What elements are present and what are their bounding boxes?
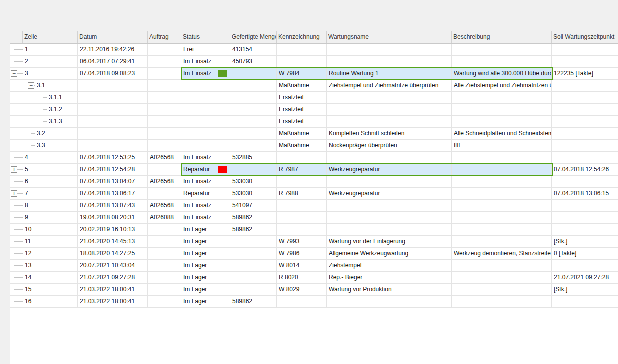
column-header-beschreibung[interactable]: Beschreibung	[452, 31, 552, 43]
table-row-3.2[interactable]: 3.2MaßnahmeKompletten Schnitt schleifenA…	[10, 128, 618, 140]
cell-datum: 07.04.2018 13:07:43	[78, 200, 148, 212]
table-row-13[interactable]: 1320.07.2021 10:43:04Im LagerW 8014Ziehs…	[10, 260, 618, 272]
cell-beschreibung	[452, 296, 552, 308]
cell-auftrag	[148, 224, 181, 236]
column-header-auftrag[interactable]: Auftrag	[148, 31, 181, 43]
table-row-7[interactable]: +707.04.2018 13:06:17Reparatur533030R 79…	[10, 188, 618, 200]
status-label: Im Lager	[183, 286, 207, 293]
cell-auftrag	[148, 44, 181, 56]
table-row-1[interactable]: 122.11.2016 19:42:26Frei413154	[10, 44, 618, 56]
cell-kennzeichnung: Ersatzteil	[277, 92, 327, 104]
cell-zeile: 1	[10, 44, 78, 56]
table-row-12[interactable]: 1218.08.2020 14:27:25Im LagerW 7986Allge…	[10, 248, 618, 260]
table-row-16[interactable]: 1621.03.2022 18:00:41Im Lager589862	[10, 296, 618, 308]
row-number: 3.1	[10, 80, 77, 91]
collapse-icon[interactable]: −	[28, 82, 34, 89]
column-header-wartungsname[interactable]: Wartungsname	[327, 31, 452, 43]
cell-wartungsname: Ziehstempel	[327, 260, 452, 272]
status-label: Im Einsatz	[183, 154, 211, 161]
cell-status: Reparatur	[181, 188, 230, 200]
cell-zeile: 14	[10, 272, 78, 284]
table-row-8[interactable]: 807.04.2018 13:07:43A026568Im Einsatz541…	[10, 200, 618, 212]
table-row-3.1.3[interactable]: 3.1.3Ersatzteil	[10, 116, 618, 128]
table-row-6[interactable]: 607.04.2018 13:04:07A026568Im Einsatz533…	[10, 176, 618, 188]
cell-kennzeichnung	[277, 200, 327, 212]
table-row-9[interactable]: 919.04.2018 08:20:31A026088Im Einsatz589…	[10, 212, 618, 224]
column-header-zeile[interactable]: Zeile	[23, 31, 78, 43]
cell-kennzeichnung: Maßnahme	[277, 140, 327, 152]
cell-auftrag: A026088	[148, 212, 181, 224]
table-row-10[interactable]: 1020.02.2019 16:10:13Im Lager589862	[10, 224, 618, 236]
status-label: Im Lager	[183, 298, 207, 305]
table-row-5[interactable]: +507.04.2018 12:54:28ReparaturR 7987Werk…	[10, 164, 618, 176]
cell-beschreibung	[452, 164, 552, 176]
cell-zeile: +5	[10, 164, 78, 176]
cell-auftrag	[148, 128, 181, 140]
cell-kennzeichnung: R 7988	[277, 188, 327, 200]
cell-menge: 533030	[230, 188, 277, 200]
cell-menge	[230, 272, 277, 284]
table-row-3.1[interactable]: −3.1MaßnahmeZiehstempel und Ziehmatritze…	[10, 80, 618, 92]
cell-menge	[230, 104, 277, 116]
cell-status	[181, 128, 230, 140]
cell-status: Im Einsatz	[181, 176, 230, 188]
cell-auftrag	[148, 260, 181, 272]
cell-status: Im Lager	[181, 224, 230, 236]
table-row-3.1.2[interactable]: 3.1.2Ersatzteil	[10, 104, 618, 116]
cell-kennzeichnung	[277, 56, 327, 68]
cell-menge: 589862	[230, 296, 277, 308]
cell-status	[181, 80, 230, 92]
table-row-2[interactable]: 206.04.2017 07:29:41Im Einsatz450793	[10, 56, 618, 68]
row-number: 16	[10, 296, 77, 307]
column-header-datum[interactable]: Datum	[78, 31, 148, 43]
cell-soll: 21.07.2021 09:27:28	[552, 272, 618, 284]
cell-auftrag	[148, 272, 181, 284]
cell-auftrag: A026568	[148, 200, 181, 212]
cell-menge: 541097	[230, 200, 277, 212]
cell-datum	[78, 116, 148, 128]
cell-zeile: −3.1	[10, 80, 78, 92]
table-row-15[interactable]: 1521.03.2022 18:00:41Im LagerW 8029Wartu…	[10, 284, 618, 296]
cell-menge	[230, 284, 277, 296]
collapse-icon[interactable]: −	[11, 70, 17, 77]
cell-datum	[78, 92, 148, 104]
app-window: { "colors": { "highlight_bg": "#d6eafa",…	[0, 0, 618, 364]
cell-soll: 07.04.2018 12:54:26	[552, 164, 618, 176]
cell-zeile: 10	[10, 224, 78, 236]
cell-auftrag	[148, 236, 181, 248]
cell-datum: 07.04.2018 13:04:07	[78, 176, 148, 188]
expand-icon[interactable]: +	[11, 190, 17, 197]
cell-menge	[230, 80, 277, 92]
column-header-kennzeichnung[interactable]: Kennzeichnung	[277, 31, 327, 43]
cell-status: Im Einsatz	[181, 56, 230, 68]
cell-zeile: 3.1.3	[10, 116, 78, 128]
cell-beschreibung	[452, 212, 552, 224]
column-header-soll[interactable]: Soll Wartungszeitpunkt	[552, 31, 618, 43]
status-label: Reparatur	[183, 166, 210, 173]
cell-soll	[552, 176, 618, 188]
cell-beschreibung	[452, 44, 552, 56]
table-row-4[interactable]: 407.04.2018 12:53:25A026568Im Einsatz532…	[10, 152, 618, 164]
cell-zeile: 3.1.1	[10, 92, 78, 104]
cell-zeile: 4	[10, 152, 78, 164]
cell-menge: 589862	[230, 212, 277, 224]
cell-kennzeichnung: Ersatzteil	[277, 104, 327, 116]
cell-wartungsname: Wartung vor Produktion	[327, 284, 452, 296]
row-number: 3.1.1	[10, 92, 77, 103]
expand-icon[interactable]: +	[11, 166, 17, 173]
table-row-14[interactable]: 1421.07.2021 09:27:28Im LagerR 8020Rep.-…	[10, 272, 618, 284]
table-row-3.3[interactable]: 3.3MaßnahmeNockenpräger überprüfenffff	[10, 140, 618, 152]
cell-zeile: +7	[10, 188, 78, 200]
column-header-status[interactable]: Status	[181, 31, 230, 43]
cell-soll	[552, 200, 618, 212]
cell-menge	[230, 236, 277, 248]
table-row-3.1.1[interactable]: 3.1.1Ersatzteil	[10, 92, 618, 104]
status-color-indicator-red	[218, 166, 227, 173]
cell-status	[181, 104, 230, 116]
table-row-11[interactable]: 1121.04.2020 14:45:13Im LagerW 7993Wartu…	[10, 236, 618, 248]
table-row-3[interactable]: −307.04.2018 09:08:23Im EinsatzW 7984Rou…	[10, 68, 618, 80]
row-number: 10	[10, 224, 77, 235]
status-label: Im Einsatz	[183, 214, 211, 221]
cell-status	[181, 116, 230, 128]
column-header-menge[interactable]: Gefertigte Menge	[230, 31, 277, 43]
